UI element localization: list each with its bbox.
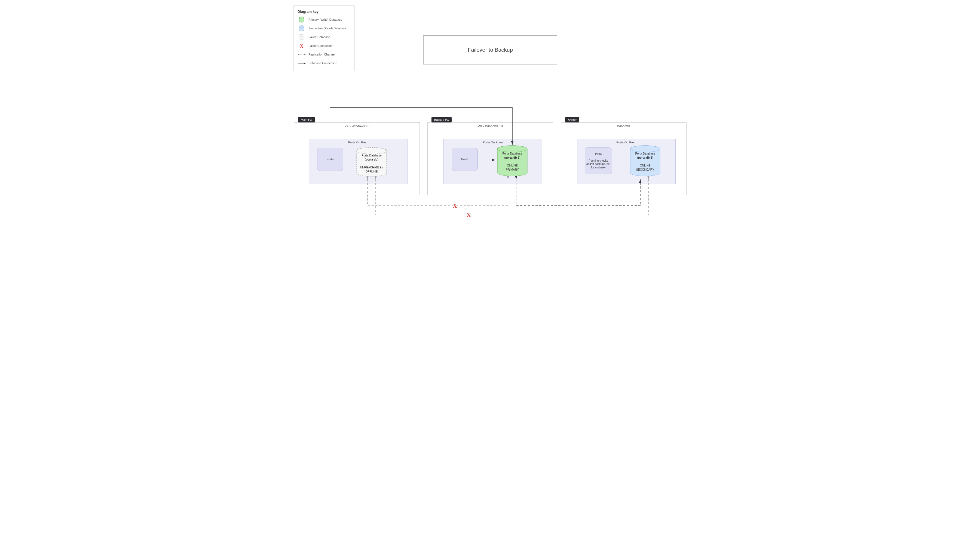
backup-outer-caption: PX - Windows 10 bbox=[428, 124, 553, 128]
backup-db-cylinder: Porta Database (porta-db-2) ONLINE PRIMA… bbox=[496, 145, 529, 178]
arrow-solid-icon bbox=[298, 60, 306, 67]
cylinder-secondary-icon bbox=[298, 25, 306, 32]
legend-label: Database Connection bbox=[309, 62, 351, 65]
arbiter-outer-caption: Windows bbox=[561, 124, 686, 128]
arbiter-inner-caption: Porta On Prem bbox=[578, 141, 675, 144]
legend-label: Replication Channel bbox=[309, 53, 351, 57]
legend-title: Diagram key bbox=[298, 10, 351, 14]
legend-label: Failed Connection bbox=[309, 44, 351, 48]
svg-marker-8 bbox=[304, 54, 306, 55]
main-db-text: Porta Database (porta-db) UNREACHABLE / … bbox=[355, 154, 388, 173]
svg-marker-7 bbox=[298, 54, 299, 55]
tag-backup-px: Backup PX bbox=[431, 117, 452, 122]
legend-label: Failed Database bbox=[309, 35, 351, 39]
backup-porta-node: Porta bbox=[452, 148, 478, 171]
main-db-cylinder: Porta Database (porta-db) UNREACHABLE / … bbox=[355, 147, 388, 178]
legend-row-db-conn: Database Connection bbox=[298, 60, 351, 67]
backup-inner-caption: Porta On Prem bbox=[444, 141, 542, 144]
backup-db-text: Porta Database (porta-db-2) ONLINE PRIMA… bbox=[496, 152, 529, 171]
diagram-title: Failover to Backup bbox=[468, 47, 513, 53]
legend-row-failed-conn: X Failed Connection bbox=[298, 43, 351, 49]
main-inner-caption: Porta On Prem bbox=[309, 141, 407, 144]
diagram-canvas: Diagram key Primary (Write) Database Sec… bbox=[288, 0, 692, 223]
arbiter-porta-node: Porta (running checks and/or backups, no… bbox=[585, 147, 612, 174]
main-outer-caption: PX - Windows 10 bbox=[294, 124, 420, 128]
legend-row-failed-db: Failed Database bbox=[298, 34, 351, 41]
svg-marker-10 bbox=[304, 63, 306, 64]
diagram-title-box: Failover to Backup bbox=[423, 35, 557, 65]
legend-label: Secondary (Read) Database bbox=[309, 27, 351, 30]
porta-label: Porta bbox=[461, 157, 468, 161]
legend-panel: Diagram key Primary (Write) Database Sec… bbox=[293, 5, 355, 71]
double-arrow-dashed-icon bbox=[298, 51, 306, 58]
arbiter-db-cylinder: Porta Database (porta-db-3) ONLINE SECON… bbox=[629, 145, 662, 178]
failed-x-icon: X bbox=[466, 211, 471, 219]
arbiter-db-text: Porta Database (porta-db-3) ONLINE SECON… bbox=[629, 152, 662, 171]
legend-row-replication: Replication Channel bbox=[298, 51, 351, 58]
x-red-icon: X bbox=[298, 43, 306, 49]
legend-row-secondary: Secondary (Read) Database bbox=[298, 25, 351, 32]
tag-main-px: Main PX bbox=[298, 117, 315, 122]
legend-label: Primary (Write) Database bbox=[309, 18, 351, 22]
tag-arbiter: Arbiter bbox=[565, 117, 579, 122]
legend-row-primary: Primary (Write) Database bbox=[298, 16, 351, 24]
cylinder-failed-icon bbox=[298, 34, 306, 41]
main-porta-node: Porta bbox=[317, 148, 343, 171]
failed-x-icon: X bbox=[453, 202, 457, 209]
cylinder-primary-icon bbox=[298, 16, 306, 24]
porta-label: Porta (running checks and/or backups, no… bbox=[586, 152, 611, 170]
porta-label: Porta bbox=[326, 157, 334, 161]
